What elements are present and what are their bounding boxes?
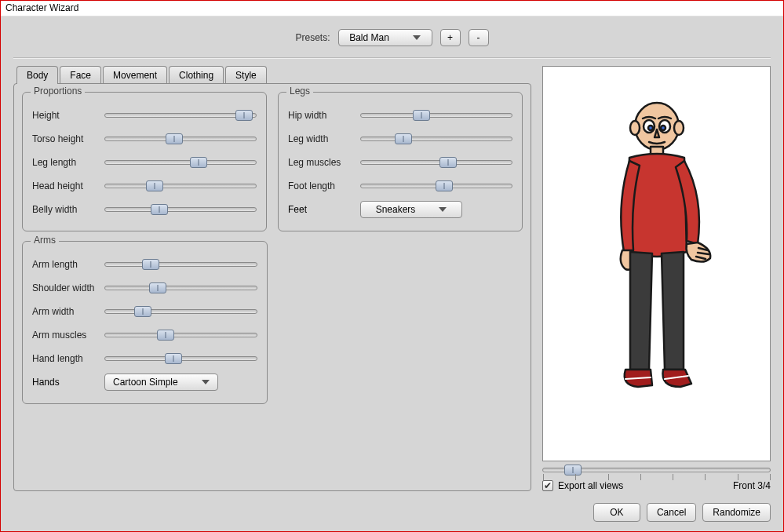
slider-thumb[interactable] [166, 133, 183, 144]
divider [13, 57, 771, 58]
tab-bar: Body Face Movement Clothing Style [13, 66, 531, 84]
chevron-down-icon [413, 35, 421, 40]
slider-thumb[interactable] [190, 157, 207, 168]
slider-belly-width[interactable] [104, 207, 257, 212]
preset-remove-button[interactable]: - [469, 29, 489, 46]
slider-label: Leg length [32, 157, 104, 168]
chevron-down-icon [202, 380, 210, 384]
hands-selected: Cartoon Simple [113, 377, 178, 388]
feet-dropdown[interactable]: Sneakers [360, 201, 462, 218]
slider-arm-muscles[interactable] [104, 333, 257, 337]
feet-selected: Sneakers [376, 204, 416, 215]
minus-icon: - [477, 32, 480, 43]
slider-head-height[interactable] [104, 184, 257, 188]
tab-movement[interactable]: Movement [103, 66, 167, 84]
preset-row: Presets: Bald Man + - [13, 26, 771, 54]
slider-leg-muscles[interactable] [360, 160, 512, 165]
hands-label: Hands [32, 377, 104, 388]
svg-point-1 [630, 121, 640, 135]
slider-foot-length[interactable] [360, 184, 512, 188]
slider-label: Leg width [288, 133, 360, 144]
presets-label: Presets: [295, 32, 330, 43]
ok-button[interactable]: OK [593, 503, 640, 522]
slider-hand-length[interactable] [104, 356, 257, 361]
tab-style[interactable]: Style [225, 66, 267, 84]
slider-thumb[interactable] [134, 306, 151, 317]
slider-thumb[interactable] [157, 330, 174, 341]
slider-torso-height[interactable] [104, 137, 257, 141]
slider-arm-width[interactable] [104, 309, 257, 314]
slider-hip-width[interactable] [360, 113, 512, 118]
feet-label: Feet [288, 204, 360, 215]
slider-thumb[interactable] [436, 180, 453, 191]
preview-canvas [542, 66, 771, 461]
group-legs: Legs Hip width Leg width Leg muscles [278, 92, 523, 231]
window-title: Character Wizard [1, 1, 783, 16]
export-all-views-checkbox[interactable]: ✔ Export all views [542, 480, 623, 491]
slider-label: Belly width [32, 204, 104, 215]
tab-body[interactable]: Body [16, 66, 58, 84]
presets-selected: Bald Man [349, 32, 389, 43]
group-legend: Proportions [31, 86, 85, 97]
slider-thumb[interactable] [413, 110, 430, 121]
slider-label: Foot length [288, 180, 360, 191]
slider-label: Arm muscles [32, 330, 104, 341]
window: Character Wizard Presets: Bald Man + - B… [0, 0, 784, 532]
group-legend: Arms [31, 235, 59, 246]
tab-face[interactable]: Face [60, 66, 101, 84]
slider-label: Shoulder width [32, 282, 104, 293]
slider-label: Hand length [32, 353, 104, 364]
preset-add-button[interactable]: + [440, 29, 461, 46]
slider-thumb[interactable] [165, 353, 182, 364]
slider-thumb[interactable] [395, 133, 412, 144]
cancel-button[interactable]: Cancel [647, 503, 696, 522]
slider-arm-length[interactable] [104, 262, 257, 267]
content-area: Presets: Bald Man + - Body Face Movement… [1, 16, 783, 531]
dialog-buttons: OK Cancel Randomize [593, 503, 771, 522]
slider-leg-width[interactable] [360, 137, 512, 141]
slider-thumb[interactable] [149, 282, 166, 293]
slider-height[interactable] [104, 113, 257, 118]
presets-dropdown[interactable]: Bald Man [338, 29, 432, 46]
slider-label: Torso height [32, 133, 104, 144]
checkmark-icon: ✔ [542, 480, 553, 491]
svg-point-5 [648, 126, 653, 130]
slider-thumb[interactable] [564, 465, 582, 476]
svg-point-6 [661, 126, 665, 130]
tab-panel-body: Proportions Height Torso height Leg leng… [13, 83, 531, 491]
slider-label: Head height [32, 180, 104, 191]
slider-label: Arm width [32, 306, 104, 317]
slider-leg-length[interactable] [104, 160, 257, 165]
tab-clothing[interactable]: Clothing [169, 66, 224, 84]
group-arms: Arms Arm length Shoulder width Arm width [22, 241, 268, 404]
slider-thumb[interactable] [151, 204, 168, 215]
slider-thumb[interactable] [439, 157, 457, 168]
view-angle-slider[interactable] [542, 468, 771, 472]
chevron-down-icon [439, 207, 447, 212]
export-label: Export all views [558, 480, 623, 491]
hands-dropdown[interactable]: Cartoon Simple [104, 373, 218, 391]
slider-label: Hip width [288, 110, 360, 121]
slider-label: Height [32, 110, 104, 121]
svg-point-2 [674, 121, 684, 135]
character-preview-icon [586, 95, 727, 432]
slider-thumb[interactable] [142, 259, 159, 270]
slider-thumb[interactable] [146, 180, 163, 191]
group-legend: Legs [286, 86, 313, 97]
randomize-button[interactable]: Randomize [702, 503, 771, 522]
slider-label: Arm length [32, 259, 104, 270]
slider-label: Leg muscles [288, 157, 360, 168]
slider-shoulder-width[interactable] [104, 286, 257, 290]
plus-icon: + [447, 32, 453, 43]
view-name: Front 3/4 [733, 480, 771, 491]
slider-thumb[interactable] [235, 110, 253, 121]
group-proportions: Proportions Height Torso height Leg leng… [22, 92, 267, 231]
